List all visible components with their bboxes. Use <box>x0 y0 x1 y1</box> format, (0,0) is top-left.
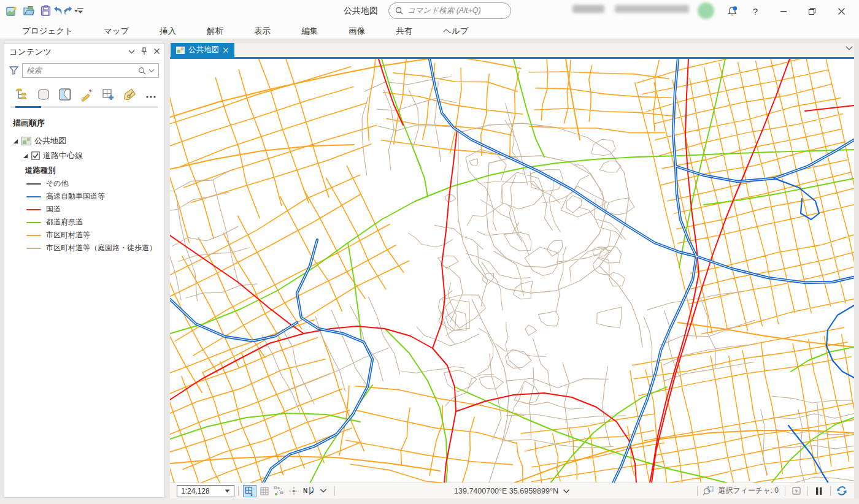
open-project-icon <box>23 5 35 17</box>
quick-access-toolbar <box>5 4 83 17</box>
command-search-input[interactable]: コマンド検索 (Alt+Q) <box>388 2 511 19</box>
map-thumbnail-icon <box>176 47 185 54</box>
search-icon <box>395 7 403 15</box>
sketch-button[interactable] <box>272 485 286 497</box>
map-label: 公共地図 <box>34 136 66 147</box>
new-project-icon <box>6 5 18 17</box>
search-icon <box>138 67 146 75</box>
contents-panel: コンテンツ 検索 描画順序 <box>4 43 164 498</box>
explore-grid-button[interactable] <box>243 485 256 497</box>
active-tab-underline <box>15 106 41 108</box>
title-bar: 公共地図 コマンド検索 (Alt+Q) ? <box>0 0 859 22</box>
data-source-tab[interactable] <box>36 86 52 102</box>
chevron-down-icon[interactable] <box>148 69 155 73</box>
close-icon[interactable] <box>223 47 229 53</box>
new-table-tab[interactable] <box>100 86 116 102</box>
legend-item-3[interactable]: 国道 <box>7 203 164 216</box>
legend-item-4[interactable]: 都道府県道 <box>7 216 164 229</box>
ribbon-tab-6[interactable]: 編集 <box>291 22 328 40</box>
pause-button[interactable] <box>812 485 826 497</box>
legend-swatch <box>26 248 41 249</box>
labeling-icon <box>122 87 137 102</box>
close-button[interactable] <box>832 2 850 20</box>
legend-item-5[interactable]: 市区町村道等 <box>7 229 164 242</box>
customize-qat-icon <box>76 5 85 17</box>
right-edge-strip <box>854 40 859 504</box>
tree-item-map[interactable]: 公共地図 <box>7 134 164 148</box>
map-thumbnail-icon <box>21 137 31 145</box>
raster-grid-button[interactable] <box>258 485 271 497</box>
customize-qat-button[interactable] <box>77 4 83 17</box>
contents-search-input[interactable]: 検索 <box>22 63 159 78</box>
legend-item-2[interactable]: 高速自動車国道等 <box>7 190 164 203</box>
more-tab[interactable] <box>143 86 159 102</box>
layer-checkbox[interactable] <box>31 151 40 160</box>
refresh-button[interactable] <box>835 485 849 497</box>
expander-icon[interactable] <box>23 153 28 159</box>
save-project-button[interactable] <box>39 4 52 17</box>
arcgis-pro-window: 公共地図 コマンド検索 (Alt+Q) ? プロジェクトマップ <box>0 0 859 504</box>
labeling-tab[interactable] <box>121 86 137 102</box>
ribbon-tab-7[interactable]: 画像 <box>339 22 375 40</box>
chevron-down-button[interactable] <box>317 485 330 497</box>
ribbon-tab-9[interactable]: ヘルプ <box>433 22 478 40</box>
chevron-down-icon[interactable] <box>128 49 135 54</box>
filter-icon[interactable] <box>9 66 18 75</box>
scale-value: 1:24,128 <box>181 487 225 495</box>
open-project-button[interactable] <box>22 4 35 17</box>
restore-button[interactable] <box>803 2 821 20</box>
tree-item-layer[interactable]: 道路中心線 <box>7 148 164 163</box>
legend-item-6[interactable]: 市区町村道等（庭園路・徒歩道） <box>7 242 164 254</box>
contents-search-placeholder: 検索 <box>26 66 136 76</box>
data-source-icon <box>36 87 51 102</box>
new-project-button[interactable] <box>5 4 18 17</box>
notifications-button[interactable] <box>723 2 741 20</box>
editing-tab[interactable] <box>79 86 94 102</box>
map-tab-label: 公共地図 <box>188 45 219 55</box>
crosshair-icon <box>288 486 299 496</box>
drawing-order-icon <box>15 87 29 102</box>
legend-field-label: 道路種別 <box>7 163 164 177</box>
crosshair-button[interactable] <box>287 485 301 497</box>
refresh-icon <box>836 486 847 496</box>
expander-icon[interactable] <box>13 139 18 144</box>
map-view: 公共地図 1:24,128 N 139.7400700°E 3 <box>170 40 854 498</box>
ribbon-tab-1[interactable]: プロジェクト <box>12 22 83 40</box>
chevron-down-icon[interactable] <box>563 489 570 494</box>
coordinates-readout: 139.7400700°E 35.6959899°N <box>454 487 558 495</box>
scale-select[interactable]: 1:24,128 <box>177 485 234 497</box>
ribbon-tab-8[interactable]: 共有 <box>386 22 422 40</box>
close-icon[interactable] <box>153 48 160 55</box>
contents-panel-title: コンテンツ <box>9 47 52 58</box>
select-box-button[interactable] <box>790 485 803 497</box>
app-title: 公共地図 <box>344 6 378 17</box>
north-arrow-button[interactable]: N <box>302 485 315 497</box>
save-project-icon <box>40 5 52 17</box>
map-tab-active[interactable]: 公共地図 <box>171 43 234 57</box>
view-tab-strip: 公共地図 <box>170 43 854 57</box>
select-zoom-icon <box>703 486 714 496</box>
pin-icon[interactable] <box>141 47 147 55</box>
view-tabs-overflow-chevron[interactable] <box>846 45 853 51</box>
ribbon-tab-2[interactable]: マップ <box>94 22 139 40</box>
legend-swatch <box>26 183 41 185</box>
drawing-order-tab[interactable] <box>14 86 30 102</box>
ribbon-tab-3[interactable]: 挿入 <box>150 22 186 40</box>
close-icon <box>838 7 846 15</box>
minimize-button[interactable] <box>774 2 793 20</box>
map-canvas[interactable] <box>170 59 854 483</box>
ribbon-tab-4[interactable]: 解析 <box>197 22 233 40</box>
redo-button[interactable] <box>67 4 73 17</box>
workspace: コンテンツ 検索 描画順序 <box>0 40 859 504</box>
layer-label: 道路中心線 <box>43 150 83 161</box>
legend-label: 国道 <box>46 204 61 215</box>
legend-item-1[interactable]: その他 <box>7 177 164 190</box>
selection-tab[interactable] <box>57 86 73 102</box>
north-arrow-icon: N <box>302 486 315 497</box>
restore-icon <box>808 7 816 15</box>
select-zoom-button[interactable] <box>702 485 715 497</box>
legend-swatch <box>26 209 41 210</box>
bottom-edge-strip <box>0 498 859 504</box>
ribbon-tab-5[interactable]: 表示 <box>244 22 280 40</box>
help-button[interactable]: ? <box>746 2 765 20</box>
